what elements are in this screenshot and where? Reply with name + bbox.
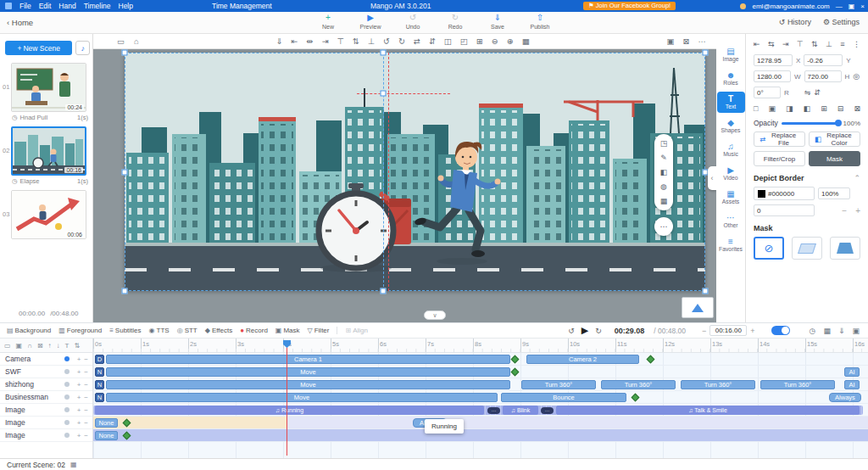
replace-color-button[interactable]: ◧Replace Color <box>809 131 860 147</box>
clip-turn-360[interactable]: Turn 360° <box>760 380 835 389</box>
category-shapes[interactable]: ◆Shapes <box>717 115 745 137</box>
expand-icon[interactable]: ◳ <box>660 139 668 148</box>
track-remove-icon[interactable]: − <box>84 432 88 439</box>
align-right-icon[interactable]: ⇥ <box>321 34 328 49</box>
preview-button[interactable]: ▶Preview <box>356 13 385 31</box>
panel-collapse-handle[interactable]: ‹ <box>708 166 716 190</box>
track-remove-icon[interactable]: − <box>84 368 88 376</box>
menu-file[interactable]: File <box>19 2 31 10</box>
scene-thumbnail[interactable]: 00:06 <box>11 190 86 239</box>
clip-bounce[interactable]: Bounce <box>501 393 626 402</box>
save-button[interactable]: ⇓Save <box>483 13 512 31</box>
opacity-slider[interactable] <box>782 122 840 125</box>
play-button[interactable]: ▶ <box>581 325 588 336</box>
increase-icon[interactable]: + <box>855 206 860 215</box>
history-button[interactable]: ↺ History <box>779 18 811 26</box>
y-position-field[interactable] <box>804 54 843 66</box>
tab-align[interactable]: ⊞Align <box>337 327 368 334</box>
clip-none[interactable]: None <box>95 418 118 428</box>
delete-icon[interactable]: ⊠ <box>683 34 690 49</box>
keyframe-diamond[interactable] <box>632 394 640 402</box>
account-email[interactable]: eml@mangoanimate.com <box>752 3 829 10</box>
tab-filter[interactable]: ▽Filter <box>308 327 330 334</box>
category-favorites[interactable]: ≡Favorites <box>717 234 745 255</box>
resize-handle-w[interactable] <box>122 169 128 175</box>
swap-icon[interactable]: ⇅ <box>74 342 80 350</box>
maximize-icon[interactable]: ▣ <box>849 3 855 10</box>
clip-running[interactable]: ♫ Running <box>95 406 484 415</box>
grid-icon[interactable]: ▦ <box>522 34 530 49</box>
ruler-scale[interactable]: 0s 1s 2s 3s 4s 5s 6s 7s 8s 9s 10s 11s 12… <box>93 339 868 352</box>
keyframe-diamond[interactable] <box>511 355 520 364</box>
category-image[interactable]: ▤Image <box>717 44 745 65</box>
decrease-icon[interactable]: − <box>842 206 847 215</box>
resize-handle-sw[interactable] <box>122 288 128 294</box>
track-remove-icon[interactable]: − <box>84 381 88 389</box>
facebook-group-button[interactable]: ⚑ Join Our Facebook Group! <box>583 2 676 10</box>
transition-marker[interactable]: N <box>95 367 104 377</box>
color-swatch[interactable] <box>758 190 765 198</box>
align-bottom-icon[interactable]: ⊥ <box>826 40 832 48</box>
scene-thumbnail[interactable]: 00:24 <box>11 63 86 112</box>
align-center-h-icon[interactable]: ⇆ <box>768 40 775 48</box>
group-icon[interactable]: ⊞ <box>476 34 483 49</box>
ungroup-icon[interactable]: ⊟ <box>837 104 844 113</box>
align-middle-icon[interactable]: ⇅ <box>353 34 359 49</box>
grid-icon[interactable]: ▦ <box>660 197 668 205</box>
track-visibility-icon[interactable] <box>64 407 70 412</box>
track-visibility-icon[interactable] <box>64 382 70 387</box>
scene-item-03[interactable]: 03 00:06 <box>2 190 90 239</box>
resize-handle-n[interactable] <box>380 50 386 56</box>
track-remove-icon[interactable]: − <box>84 355 88 363</box>
mask-option-parallelogram[interactable] <box>792 237 822 260</box>
clip-move[interactable]: Move <box>106 393 498 402</box>
menu-timeline[interactable]: Timeline <box>84 2 111 10</box>
clip-always[interactable]: Always <box>829 393 861 402</box>
undo-button[interactable]: ↺Undo <box>398 13 427 31</box>
track-visibility-icon[interactable] <box>64 356 70 361</box>
rotation-field[interactable] <box>754 87 781 98</box>
new-scene-button[interactable]: +New Scene <box>5 41 72 55</box>
move-up-icon[interactable]: ↑ <box>48 342 52 350</box>
clip-camera-1[interactable]: Camera 1 <box>106 355 510 364</box>
align-right-icon[interactable]: ⇥ <box>782 40 789 48</box>
tab-background[interactable]: ▤Background <box>7 327 51 334</box>
mask-button[interactable]: Mask <box>809 151 860 166</box>
track-visibility-icon[interactable] <box>64 420 70 425</box>
distribute-v-icon[interactable]: ⋮ <box>853 40 860 48</box>
rotate-left-icon[interactable]: ↺ <box>383 34 390 49</box>
clip-move[interactable]: Move <box>106 367 510 377</box>
menu-help[interactable]: Help <box>119 2 133 10</box>
clip-turn-360[interactable]: Turn 360° <box>601 380 676 389</box>
track-add-icon[interactable]: + <box>77 381 81 389</box>
clip-camera-2[interactable]: Camera 2 <box>526 355 639 364</box>
home-button[interactable]: ‹ Home <box>7 18 33 27</box>
settings-button[interactable]: ⚙ Settings <box>823 18 860 26</box>
layer-down-icon[interactable]: ◧ <box>804 104 811 113</box>
scene-thumbnail[interactable]: 00:16 <box>11 126 86 176</box>
clip-ai[interactable]: AI <box>844 380 860 389</box>
tab-record[interactable]: ●Record <box>240 327 268 334</box>
minimap[interactable] <box>682 297 714 318</box>
edit-icon[interactable]: ✎ <box>660 154 667 162</box>
account-avatar[interactable] <box>740 3 746 9</box>
download-icon[interactable]: ⇓ <box>276 34 283 49</box>
track-add-icon[interactable]: + <box>77 355 81 363</box>
tab-tts[interactable]: ◉TTS <box>149 327 170 334</box>
hand-tool-icon[interactable]: ⌂ <box>134 34 139 49</box>
align-bottom-icon[interactable]: ⊥ <box>368 34 375 49</box>
track-add-icon[interactable]: + <box>77 368 81 376</box>
close-icon[interactable]: × <box>860 3 865 10</box>
text-tool-icon[interactable]: T <box>65 342 70 350</box>
flip-horizontal-icon[interactable]: ⇄ <box>414 34 420 49</box>
height-field[interactable] <box>804 70 842 82</box>
resize-handle-s[interactable] <box>380 288 386 294</box>
opacity-slider-knob[interactable] <box>835 120 842 126</box>
export-icon[interactable]: ⇓ <box>838 327 845 335</box>
menu-edit[interactable]: Edit <box>39 2 52 10</box>
align-middle-icon[interactable]: ⇅ <box>811 40 818 48</box>
clip-turn-360[interactable]: Turn 360° <box>521 380 596 389</box>
track-remove-icon[interactable]: − <box>84 406 88 414</box>
track-visibility-icon[interactable] <box>64 394 70 400</box>
border-color-input[interactable] <box>768 190 810 198</box>
